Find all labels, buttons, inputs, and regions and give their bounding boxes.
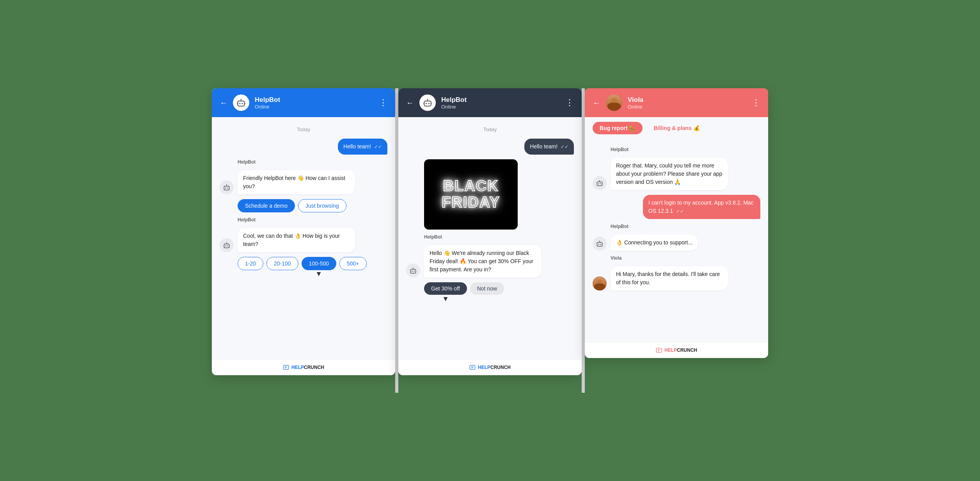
sender-label-helpbot-1: HelpBot — [238, 159, 387, 165]
bug-report-btn[interactable]: Bug report 🐛 — [593, 122, 643, 134]
msg-check-3: ✓✓ — [676, 208, 684, 214]
helpcrunch-icon-1 — [283, 364, 289, 371]
viola-avatar-header — [606, 94, 622, 111]
svg-point-2 — [242, 103, 243, 104]
svg-point-35 — [599, 180, 600, 181]
back-button-2[interactable]: ← — [406, 98, 414, 107]
msg-bubble-sent-1: Hello team! ✓✓ — [338, 139, 387, 155]
panel-1: ← HelpBot Online ⋮ Today — [212, 88, 395, 375]
svg-point-19 — [426, 103, 427, 104]
back-button-1[interactable]: ← — [220, 98, 227, 107]
bot-avatar-1 — [233, 94, 249, 111]
separator-2 — [582, 88, 585, 393]
msg-sent-1: Hello team! ✓✓ — [220, 139, 387, 155]
panel3-footer: HELPCRUNCH — [585, 342, 768, 358]
svg-point-38 — [600, 244, 601, 245]
panel2-header-info: HelpBot Online — [441, 96, 560, 110]
team-size-buttons: 1-20 20-100 100-500 500+ — [238, 257, 387, 270]
svg-point-11 — [226, 184, 227, 185]
helpcrunch-logo-1: HELPCRUNCH — [291, 365, 324, 370]
svg-point-29 — [413, 267, 414, 268]
svg-point-22 — [427, 99, 428, 100]
panel-3: ← Viola Online ⋮ Bug report 🐛 Billing & … — [585, 88, 768, 358]
more-button-3[interactable]: ⋮ — [752, 98, 760, 108]
svg-point-20 — [428, 103, 430, 104]
agent-name: Viola — [628, 96, 746, 104]
more-button-1[interactable]: ⋮ — [379, 98, 387, 108]
svg-point-26 — [412, 271, 413, 272]
team-100-500-btn[interactable]: 100-500 — [302, 257, 336, 270]
helpcrunch-icon-3 — [656, 347, 662, 353]
msg-bubble-received-3: Hello 👋 We're already running our Black … — [424, 245, 541, 278]
not-now-btn[interactable]: Not now — [470, 282, 504, 295]
sender-label-helpbot-3: HelpBot — [424, 234, 574, 240]
schedule-demo-btn[interactable]: Schedule a demo — [238, 199, 295, 212]
agent-status: Online — [628, 104, 746, 110]
panel1-footer: HELPCRUNCH — [212, 359, 395, 375]
svg-point-16 — [226, 242, 227, 243]
more-button-2[interactable]: ⋮ — [565, 98, 574, 108]
msg-received-viola: Hi Mary, thanks for the details. I'll ta… — [593, 266, 760, 290]
just-browsing-btn[interactable]: Just browsing — [298, 199, 346, 212]
sender-label-helpbot-5: HelpBot — [611, 224, 760, 229]
panel2-header: ← HelpBot Online ⋮ — [398, 88, 582, 117]
back-button-3[interactable]: ← — [593, 98, 600, 107]
msg-bf-image: BLACK FRIDAY — [406, 159, 574, 230]
team-500plus-btn[interactable]: 500+ — [339, 257, 367, 270]
svg-rect-7 — [224, 186, 229, 190]
panel1-chat-body: Today Hello team! ✓✓ HelpBot — [212, 117, 395, 359]
panel-2: ← HelpBot Online ⋮ Today — [398, 88, 582, 375]
panel1-header-info: HelpBot Online — [255, 96, 373, 110]
msg-bubble-sent-2: Hello team! ✓✓ — [524, 139, 574, 155]
svg-rect-18 — [424, 101, 431, 106]
svg-point-37 — [598, 244, 599, 245]
msg-bubble-received-1: Friendly HelpBot here 👋 How can I assist… — [238, 170, 355, 194]
bot-avatar-msg-2 — [220, 238, 234, 252]
svg-point-8 — [225, 187, 226, 189]
bot-name-2: HelpBot — [441, 96, 560, 104]
svg-rect-25 — [410, 269, 415, 273]
svg-point-32 — [598, 183, 599, 184]
bf-text: BLACK FRIDAY — [442, 178, 500, 211]
team-1-20-btn[interactable]: 1-20 — [238, 257, 263, 270]
billing-plans-btn[interactable]: Billing & plans 💰 — [646, 122, 707, 134]
helpcrunch-logo-3: HELPCRUNCH — [664, 347, 697, 353]
bot-avatar-msg-6 — [593, 237, 607, 251]
bot-avatar-msg-4 — [406, 264, 420, 278]
svg-point-1 — [239, 103, 240, 104]
msg-received-3: Hello 👋 We're already running our Black … — [406, 245, 574, 278]
svg-point-33 — [600, 183, 601, 184]
panel2-chat-body: Today Hello team! ✓✓ BLACK FRIDAY — [398, 117, 582, 359]
panel1-header: ← HelpBot Online ⋮ — [212, 88, 395, 117]
msg-bubble-sent-3: I can't login to my account. App v3.8.2,… — [643, 195, 760, 219]
bot-name-1: HelpBot — [255, 96, 373, 104]
svg-point-13 — [225, 245, 226, 246]
msg-received-4: Roger that. Mary, could you tell me more… — [593, 158, 760, 190]
separator-1 — [395, 88, 398, 393]
bot-status-2: Online — [441, 104, 560, 110]
get-30-off-btn[interactable]: Get 30% off — [424, 282, 467, 295]
msg-received-5: 👌 Connecting you to support... — [593, 235, 760, 251]
svg-point-4 — [241, 99, 242, 100]
bot-avatar-2 — [419, 94, 436, 111]
svg-point-14 — [227, 245, 228, 246]
svg-rect-36 — [597, 242, 602, 246]
svg-rect-12 — [224, 244, 229, 248]
helpcrunch-icon-2 — [469, 364, 476, 371]
msg-received-2: Cool, we can do that 👌 How big is your t… — [220, 228, 387, 252]
msg-sent-3: I can't login to my account. App v3.8.2,… — [593, 195, 760, 219]
sender-label-helpbot-4: HelpBot — [611, 147, 760, 152]
msg-received-1: Friendly HelpBot here 👋 How can I assist… — [220, 170, 387, 194]
viola-chat-avatar — [593, 276, 607, 290]
panel3-header-info: Viola Online — [628, 96, 746, 110]
panel2-footer: HELPCRUNCH — [398, 359, 582, 375]
helpcrunch-logo-2: HELPCRUNCH — [478, 365, 511, 370]
msg-bubble-received-5: 👌 Connecting you to support... — [611, 235, 698, 251]
black-friday-image: BLACK FRIDAY — [424, 159, 518, 230]
msg-bubble-viola: Hi Mary, thanks for the details. I'll ta… — [611, 266, 728, 290]
svg-rect-30 — [470, 365, 475, 370]
team-20-100-btn[interactable]: 20-100 — [266, 257, 298, 270]
date-divider-1: Today — [220, 126, 387, 132]
action-replies: Get 30% off Not now — [424, 282, 574, 295]
svg-point-27 — [414, 271, 415, 272]
